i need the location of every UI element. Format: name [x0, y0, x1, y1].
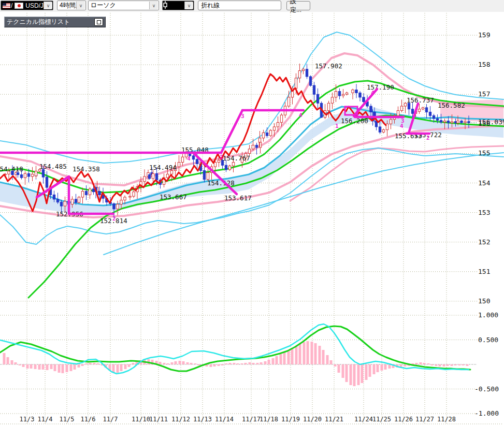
- svg-text:4: 4: [400, 123, 404, 129]
- overlay-type-label: 折れ線: [201, 1, 220, 10]
- svg-text:153: 153: [478, 209, 490, 216]
- svg-text:11/20: 11/20: [303, 416, 322, 423]
- svg-text:1: 1: [335, 123, 339, 129]
- svg-text:11/25: 11/25: [372, 416, 391, 423]
- symbol-select[interactable]: / USD/JPY ∨: [1, 1, 53, 10]
- svg-text:11/3: 11/3: [20, 416, 35, 423]
- svg-text:154.494: 154.494: [149, 164, 177, 171]
- svg-text:4: 4: [371, 90, 375, 96]
- svg-text:156.582: 156.582: [438, 101, 465, 109]
- svg-text:11/26: 11/26: [394, 416, 413, 423]
- svg-text:11/17: 11/17: [242, 416, 261, 423]
- svg-text:152: 152: [478, 238, 490, 246]
- chevron-down-icon[interactable]: ∨: [149, 2, 158, 9]
- svg-text:154.358: 154.358: [73, 165, 100, 173]
- candle-style-select[interactable]: ∨: [162, 1, 194, 10]
- svg-text:11/27: 11/27: [415, 416, 434, 423]
- svg-text:4: 4: [299, 112, 303, 119]
- svg-text:153.617: 153.617: [224, 194, 252, 202]
- chevron-down-icon[interactable]: ∨: [76, 2, 85, 9]
- toolbar: / USD/JPY ∨ 4時間足 ∨ ローソク ∨ ∨ 折れ線 設定...: [0, 0, 504, 12]
- svg-text:11/18: 11/18: [260, 416, 278, 423]
- svg-text:11/24: 11/24: [354, 416, 373, 423]
- svg-text:2: 2: [112, 215, 116, 222]
- restore-window-icon[interactable]: [94, 18, 103, 26]
- svg-text:155: 155: [478, 149, 490, 157]
- grid-layer: [0, 13, 503, 424]
- svg-text:11/13: 11/13: [193, 416, 212, 423]
- svg-text:150: 150: [478, 297, 490, 305]
- settings-button[interactable]: 設定...: [286, 1, 310, 10]
- svg-text:158: 158: [478, 61, 490, 68]
- timeframe-select[interactable]: 4時間足 ∨: [57, 1, 86, 10]
- indicator-list-panel[interactable]: テクニカル指標リスト: [4, 17, 106, 27]
- svg-text:11/12: 11/12: [171, 416, 190, 423]
- svg-text:11/10: 11/10: [132, 416, 150, 423]
- svg-text:151: 151: [478, 268, 490, 275]
- svg-text:11/5: 11/5: [60, 416, 75, 423]
- svg-text:154.485: 154.485: [39, 163, 67, 170]
- svg-text:157: 157: [478, 90, 490, 98]
- settings-label: 設定...: [290, 0, 307, 14]
- svg-text:0.500: 0.500: [478, 336, 498, 344]
- svg-text:11/21: 11/21: [325, 416, 343, 423]
- svg-text:11/11: 11/11: [149, 416, 168, 423]
- svg-text:11/28: 11/28: [437, 416, 456, 423]
- svg-text:11/19: 11/19: [281, 416, 300, 423]
- svg-text:-0.500: -0.500: [474, 385, 499, 393]
- svg-text:1.000: 1.000: [478, 311, 498, 319]
- svg-text:2: 2: [220, 154, 223, 160]
- us-flag-icon: [3, 3, 10, 8]
- oscillator-layer: [0, 324, 470, 386]
- chart-type-select[interactable]: ローソク ∨: [88, 1, 159, 10]
- svg-text:3: 3: [241, 113, 244, 120]
- svg-text:154.767: 154.767: [223, 154, 250, 162]
- svg-text:154.418: 154.418: [0, 165, 23, 173]
- chevron-down-icon[interactable]: ∨: [44, 2, 52, 9]
- svg-text:-1.000: -1.000: [474, 409, 499, 417]
- svg-text:157.902: 157.902: [315, 62, 342, 70]
- chart-area[interactable]: 154.418154.485154.358152.956152.814153.6…: [0, 0, 504, 426]
- svg-text:2: 2: [426, 135, 430, 141]
- svg-text:11/4: 11/4: [38, 416, 53, 423]
- chart-type-label: ローソク: [89, 1, 118, 10]
- overlay-type-field[interactable]: 折れ線: [198, 1, 281, 10]
- indicator-panel-title: テクニカル指標リスト: [7, 18, 94, 26]
- jp-flag-icon: [15, 3, 23, 9]
- flag-separator: /: [11, 2, 12, 9]
- svg-text:4: 4: [187, 155, 191, 162]
- chevron-down-icon[interactable]: ∨: [184, 2, 193, 9]
- svg-text:159: 159: [478, 31, 490, 39]
- svg-text:154: 154: [478, 179, 491, 187]
- svg-text:153.667: 153.667: [160, 193, 187, 201]
- svg-text:11/6: 11/6: [81, 416, 96, 423]
- svg-text:11/14: 11/14: [215, 416, 234, 423]
- svg-text:156.039: 156.039: [478, 118, 504, 126]
- svg-text:11/7: 11/7: [103, 416, 118, 423]
- svg-text:156.737: 156.737: [407, 96, 434, 104]
